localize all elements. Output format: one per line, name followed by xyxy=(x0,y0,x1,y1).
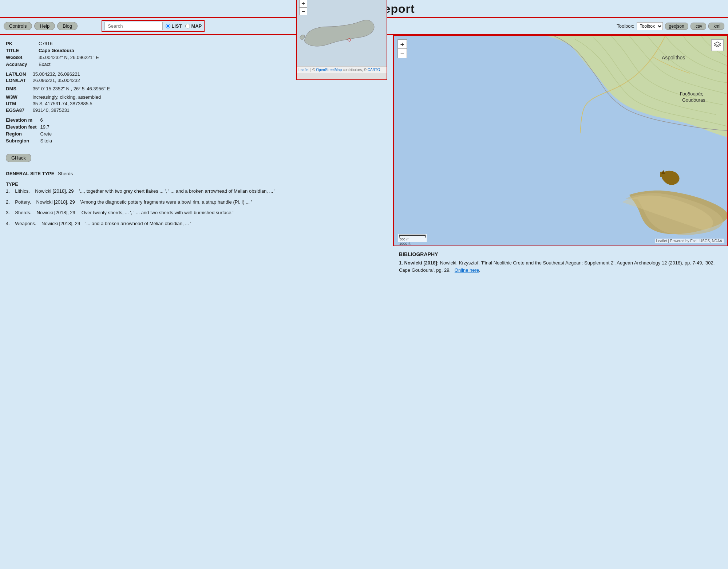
help-button[interactable]: Help xyxy=(34,22,55,30)
list-item: 1. Lithics. Nowicki [2018], 29 '..., tog… xyxy=(6,188,387,195)
bibliography-title: BIBLIOGRAPHY xyxy=(399,251,722,257)
leaflet-link[interactable]: Leaflet xyxy=(298,68,309,72)
type-1-category: Lithics. xyxy=(15,188,29,194)
wgs84-value: 35.004232° N, 26.096221° E xyxy=(39,54,103,61)
list-label: LIST xyxy=(171,23,182,29)
mini-map-caption: Leaflet | © OpenStreetMap contributors, … xyxy=(297,66,387,73)
type-1-num: 1. xyxy=(6,188,10,194)
dms-value: 35° 0' 15.2352" N , 26° 5' 46.3956" E xyxy=(33,86,110,91)
subregion-label: Subregion xyxy=(6,137,40,144)
geojson-button[interactable]: geojson xyxy=(665,23,688,30)
main-content: ◇ + − Leaflet | © OpenStreetMap contribu… xyxy=(0,35,728,279)
lonlat-label: LON/LAT xyxy=(6,78,31,83)
right-panel: Aspolithos Γουδουράς Goudouras 300 m 100… xyxy=(393,35,728,279)
dms-label: DMS xyxy=(6,86,31,91)
latlon-label: LAT/LON xyxy=(6,71,31,77)
bibliography-item: 1. Nowicki [2018]: Nowicki, Krzysztof. '… xyxy=(399,259,722,274)
subregion-row: Subregion Siteia xyxy=(6,137,56,144)
region-value: Crete xyxy=(40,130,56,137)
bibliography-section: BIBLIOGRAPHY 1. Nowicki [2018]: Nowicki,… xyxy=(393,246,728,279)
attribution-text: Leaflet | Powered by Esri | USGS, NOAA xyxy=(656,239,722,243)
w3w-row: W3W increasingly, clicking, assembled xyxy=(6,94,387,100)
search-input[interactable] xyxy=(104,22,163,30)
elevation-region-block: Elevation m 6 Elevation feet 19.7 Region… xyxy=(6,117,387,144)
mini-map-svg xyxy=(297,0,387,66)
main-map-zoom-in[interactable]: + xyxy=(397,39,407,49)
region-label: Region xyxy=(6,130,40,137)
mini-map-zoom-in[interactable]: + xyxy=(299,0,307,7)
elevation-table: Elevation m 6 Elevation feet 19.7 Region… xyxy=(6,117,56,144)
elevation-ft-label: Elevation feet xyxy=(6,123,40,130)
elevation-m-row: Elevation m 6 xyxy=(6,117,56,123)
general-site-type-value: Sherds xyxy=(58,171,73,176)
layers-icon xyxy=(714,41,721,48)
controls-button[interactable]: Controls xyxy=(4,22,32,30)
mini-map-controls: + − xyxy=(299,0,307,15)
type-3-num: 3. xyxy=(6,210,10,215)
extra-coords: W3W increasingly, clicking, assembled UT… xyxy=(6,94,387,113)
title-value: Cape Goudoura xyxy=(39,47,103,54)
map-attribution: Leaflet | Powered by Esri | USGS, NOAA xyxy=(655,239,724,243)
kml-button[interactable]: .kml xyxy=(708,23,724,30)
utm-value: 35 S, 417531.74, 3873885.5 xyxy=(33,101,92,106)
subregion-value: Siteia xyxy=(40,137,56,144)
list-item: 2. Pottery. Nowicki [2018], 29 'Among th… xyxy=(6,199,387,206)
map-radio-label[interactable]: MAP xyxy=(185,23,202,29)
map-layers-button[interactable] xyxy=(711,39,724,51)
main-map-zoom-controls: + − xyxy=(397,39,407,58)
utm-label: UTM xyxy=(6,101,31,106)
type-2-ref: Nowicki [2018], 29 xyxy=(36,199,75,205)
region-row: Region Crete xyxy=(6,130,56,137)
main-map-zoom-out[interactable]: − xyxy=(397,49,407,58)
list-item: 4. Weapons. Nowicki [2018], 29 '... and … xyxy=(6,220,387,227)
ghack-area: GHack xyxy=(6,149,387,165)
svg-text:1000 ft: 1000 ft xyxy=(399,242,411,246)
elevation-m-value: 6 xyxy=(40,117,56,123)
type-3-quote: 'Over twenty sherds, ... ', ' ... and tw… xyxy=(80,210,233,215)
pk-label: PK xyxy=(6,40,39,47)
type-4-quote: '... and a broken arrowhead of Melian ob… xyxy=(86,221,191,226)
toolbox-select[interactable]: Toolbox xyxy=(637,22,663,30)
osm-link[interactable]: OpenStreetMap xyxy=(316,68,342,72)
list-item: 3. Sherds. Nowicki [2018], 29 'Over twen… xyxy=(6,209,387,216)
type-2-category: Pottery. xyxy=(15,199,31,205)
bib-online-link[interactable]: Online here xyxy=(455,267,479,273)
svg-text:Goudouras: Goudouras xyxy=(682,97,705,103)
title-label: TITLE xyxy=(6,47,39,54)
lonlat-value: 26.096221, 35.004232 xyxy=(33,78,80,83)
dms-row: DMS 35° 0' 15.2352" N , 26° 5' 46.3956" … xyxy=(6,86,387,91)
w3w-value: increasingly, clicking, assembled xyxy=(33,94,101,100)
elevation-ft-row: Elevation feet 19.7 xyxy=(6,123,56,130)
mini-map-bg: ◇ + − xyxy=(297,0,387,66)
elevation-ft-value: 19.7 xyxy=(40,123,56,130)
main-map: Aspolithos Γουδουράς Goudouras 300 m 100… xyxy=(393,35,728,246)
title-row: TITLE Cape Goudoura xyxy=(6,47,103,54)
carto-link[interactable]: CARTO xyxy=(368,68,380,72)
egsa-label: EGSA87 xyxy=(6,107,31,113)
accuracy-label: Accuracy xyxy=(6,61,39,68)
type-2-quote: 'Among the diagnostic pottery fragments … xyxy=(80,199,252,205)
svg-text:300 m: 300 m xyxy=(399,237,410,241)
mini-map-zoom-out[interactable]: − xyxy=(299,7,307,15)
type-4-ref: Nowicki [2018], 29 xyxy=(41,221,80,226)
blog-button[interactable]: Blog xyxy=(57,22,78,30)
map-radio[interactable] xyxy=(185,24,190,28)
bib-text: Nowicki, Krzysztof. 'Final Neolithic Cre… xyxy=(399,260,715,273)
svg-marker-13 xyxy=(714,42,721,46)
type-3-ref: Nowicki [2018], 29 xyxy=(37,210,75,215)
accuracy-value: Exact xyxy=(39,61,103,68)
latlon-value: 35.004232, 26.096221 xyxy=(33,71,80,77)
types-section: TYPE 1. Lithics. Nowicki [2018], 29 '...… xyxy=(6,181,387,227)
list-radio-label[interactable]: LIST xyxy=(166,23,182,29)
map-label: MAP xyxy=(191,23,202,29)
place-info-table: PK C7916 TITLE Cape Goudoura WGS84 35.00… xyxy=(6,40,103,68)
type-1-ref: Nowicki [2018], 29 xyxy=(35,188,74,194)
svg-rect-8 xyxy=(399,235,426,236)
utm-row: UTM 35 S, 417531.74, 3873885.5 xyxy=(6,101,387,106)
left-panel: ◇ + − Leaflet | © OpenStreetMap contribu… xyxy=(0,35,393,279)
ghack-button[interactable]: GHack xyxy=(6,154,31,162)
list-radio[interactable] xyxy=(166,24,170,28)
egsa-row: EGSA87 691140, 3875231 xyxy=(6,107,387,113)
csv-button[interactable]: .csv xyxy=(691,23,706,30)
type-3-category: Sherds. xyxy=(15,210,31,215)
